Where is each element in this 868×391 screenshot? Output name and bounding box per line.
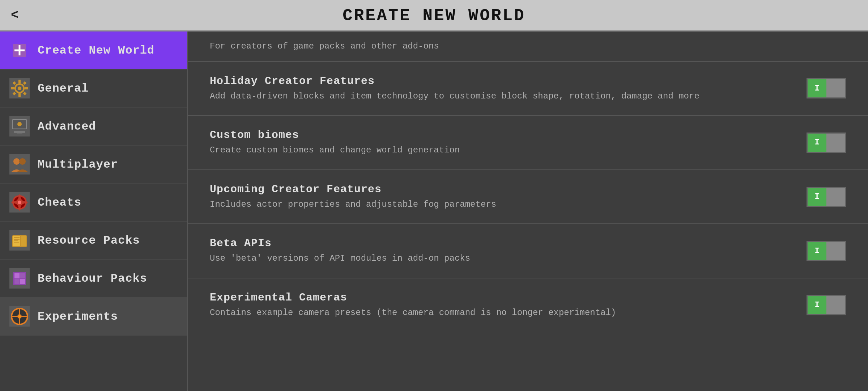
setting-row-holiday: Holiday Creator Features Add data-driven… xyxy=(188,62,868,116)
sidebar-label-experiments: Experiments xyxy=(38,310,118,323)
cheats-icon xyxy=(9,192,30,213)
toggle-off-custom-biomes xyxy=(826,134,845,152)
toggle-track-holiday: I xyxy=(807,78,846,98)
svg-rect-10 xyxy=(25,87,28,89)
sidebar-label-resource: Resource Packs xyxy=(38,234,140,247)
toggle-container-holiday: I xyxy=(807,77,846,99)
back-button[interactable]: < xyxy=(11,8,19,23)
toggle-on-text-upcoming: I xyxy=(814,192,819,201)
creator-desc-info: For creators of game packs and other add… xyxy=(210,40,846,52)
resource-icon xyxy=(9,230,30,251)
setting-info-beta-apis: Beta APIs Use 'beta' versions of API mod… xyxy=(210,237,796,265)
sidebar-label-general: General xyxy=(38,82,89,95)
svg-rect-39 xyxy=(14,242,19,243)
svg-rect-7 xyxy=(18,80,21,83)
toggle-on-text-experimental-cameras: I xyxy=(814,300,819,310)
setting-info-experimental-cameras: Experimental Cameras Contains example ca… xyxy=(210,291,796,319)
sidebar-item-multiplayer[interactable]: Multiplayer xyxy=(0,146,187,184)
svg-rect-38 xyxy=(14,240,18,241)
setting-row-beta-apis: Beta APIs Use 'beta' versions of API mod… xyxy=(188,224,868,278)
toggle-on-beta-apis: I xyxy=(808,242,826,260)
svg-rect-36 xyxy=(14,237,20,238)
sidebar-label-cheats: Cheats xyxy=(38,196,81,209)
toggle-on-holiday: I xyxy=(808,79,826,97)
toggle-on-text-custom-biomes: I xyxy=(814,138,819,147)
setting-desc-upcoming: Includes actor properties and adjustable… xyxy=(210,198,796,211)
setting-info-holiday: Holiday Creator Features Add data-driven… xyxy=(210,75,796,102)
setting-info-upcoming: Upcoming Creator Features Includes actor… xyxy=(210,183,796,211)
app-container: < CREATE NEW WORLD Create New World xyxy=(0,0,868,391)
sidebar-item-general[interactable]: General xyxy=(0,70,187,108)
toggle-container-beta-apis: I xyxy=(807,240,846,262)
setting-desc-holiday: Add data-driven blocks and item technolo… xyxy=(210,90,796,102)
setting-desc-experimental-cameras: Contains example camera presets (the cam… xyxy=(210,307,796,319)
toggle-on-custom-biomes: I xyxy=(808,134,826,152)
svg-rect-40 xyxy=(21,236,26,246)
svg-rect-37 xyxy=(14,239,20,240)
toggle-container-experimental-cameras: I xyxy=(807,294,846,316)
toggle-container-custom-biomes: I xyxy=(807,132,846,154)
toggle-on-upcoming: I xyxy=(808,188,826,206)
toggle-track-beta-apis: I xyxy=(807,241,846,261)
creator-desc-text: For creators of game packs and other add… xyxy=(210,41,439,51)
svg-rect-44 xyxy=(20,273,25,278)
content-panel: For creators of game packs and other add… xyxy=(188,31,868,391)
page-title: CREATE NEW WORLD xyxy=(342,7,526,25)
sidebar-label-multiplayer: Multiplayer xyxy=(38,158,118,171)
sidebar-item-cheats[interactable]: Cheats xyxy=(0,184,187,222)
toggle-off-upcoming xyxy=(826,188,845,206)
sidebar: Create New World xyxy=(0,31,188,391)
toggle-holiday[interactable]: I xyxy=(807,77,846,99)
svg-point-20 xyxy=(17,122,22,126)
advanced-icon xyxy=(9,115,30,137)
sidebar-label-behaviour: Behaviour Packs xyxy=(38,272,147,285)
setting-row-custom-biomes: Custom biomes Create custom biomes and c… xyxy=(188,116,868,170)
toggle-upcoming[interactable]: I xyxy=(807,186,846,208)
setting-title-upcoming: Upcoming Creator Features xyxy=(210,183,796,196)
svg-rect-45 xyxy=(14,279,20,284)
svg-point-51 xyxy=(18,315,21,318)
toggle-experimental-cameras[interactable]: I xyxy=(807,294,846,316)
svg-rect-18 xyxy=(17,133,22,134)
setting-info-custom-biomes: Custom biomes Create custom biomes and c… xyxy=(210,129,796,156)
toggle-track-experimental-cameras: I xyxy=(807,295,846,315)
setting-desc-custom-biomes: Create custom biomes and change world ge… xyxy=(210,144,796,156)
experiments-icon xyxy=(9,306,30,327)
sidebar-item-create[interactable]: Create New World xyxy=(0,31,187,70)
toggle-container-upcoming: I xyxy=(807,186,846,208)
toggle-off-beta-apis xyxy=(826,242,845,260)
svg-rect-9 xyxy=(11,87,14,89)
sidebar-label-create: Create New World xyxy=(38,44,154,57)
toggle-on-experimental-cameras: I xyxy=(808,296,826,314)
svg-rect-46 xyxy=(20,279,25,284)
main-content: Create New World xyxy=(0,31,868,391)
creator-desc-row: For creators of game packs and other add… xyxy=(188,31,868,62)
svg-point-6 xyxy=(18,87,21,90)
sidebar-label-advanced: Advanced xyxy=(38,120,96,133)
sidebar-item-advanced[interactable]: Advanced xyxy=(0,108,187,146)
toggle-custom-biomes[interactable]: I xyxy=(807,132,846,154)
toggle-on-text-holiday: I xyxy=(814,84,819,93)
multiplayer-icon xyxy=(9,154,30,175)
toggle-on-text-beta-apis: I xyxy=(814,247,819,256)
svg-rect-8 xyxy=(18,93,21,97)
sidebar-item-resource[interactable]: Resource Packs xyxy=(0,222,187,260)
setting-title-holiday: Holiday Creator Features xyxy=(210,75,796,87)
setting-desc-beta-apis: Use 'beta' versions of API modules in ad… xyxy=(210,252,796,265)
svg-rect-43 xyxy=(14,273,20,278)
behaviour-icon xyxy=(9,268,30,289)
setting-title-experimental-cameras: Experimental Cameras xyxy=(210,291,796,304)
svg-rect-17 xyxy=(14,131,25,133)
setting-row-experimental-cameras: Experimental Cameras Contains example ca… xyxy=(188,278,868,332)
setting-row-upcoming: Upcoming Creator Features Includes actor… xyxy=(188,170,868,224)
toggle-track-custom-biomes: I xyxy=(807,133,846,153)
svg-point-22 xyxy=(13,158,20,165)
toggle-beta-apis[interactable]: I xyxy=(807,240,846,262)
sidebar-item-behaviour[interactable]: Behaviour Packs xyxy=(0,260,187,298)
setting-title-custom-biomes: Custom biomes xyxy=(210,129,796,141)
create-icon xyxy=(9,39,30,61)
toggle-track-upcoming: I xyxy=(807,187,846,207)
svg-point-28 xyxy=(18,201,21,204)
svg-point-23 xyxy=(19,158,26,165)
sidebar-item-experiments[interactable]: Experiments xyxy=(0,298,187,336)
